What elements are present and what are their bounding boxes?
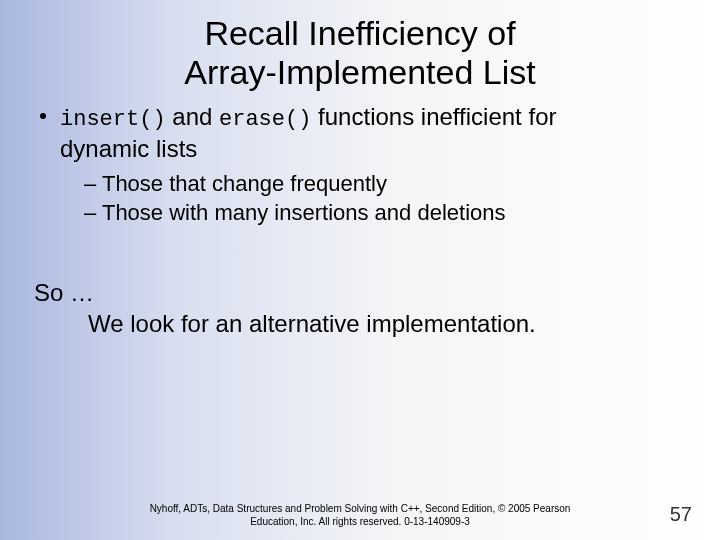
bullet-line-2: dynamic lists: [60, 135, 197, 162]
footer-line-2: Education, Inc. All rights reserved. 0-1…: [250, 516, 470, 527]
footer-line-1: Nyhoff, ADTs, Data Structures and Proble…: [150, 503, 571, 514]
slide: Recall Inefficiency of Array-Implemented…: [0, 0, 720, 540]
code-erase: erase(): [219, 107, 311, 132]
sub-bullet-1: – Those that change frequently: [84, 170, 690, 198]
footer-copyright: Nyhoff, ADTs, Data Structures and Proble…: [0, 503, 720, 528]
bullet-main: insert() and erase() functions inefficie…: [38, 102, 690, 164]
sub-bullet-2: – Those with many insertions and deletio…: [84, 199, 690, 227]
bullet-dot-icon: [40, 113, 46, 119]
code-insert: insert(): [60, 107, 166, 132]
bullet-text-mid: and: [166, 103, 219, 130]
conclusion-block: So … We look for an alternative implemen…: [0, 229, 720, 339]
so-line-1: So …: [34, 277, 690, 308]
slide-title: Recall Inefficiency of Array-Implemented…: [0, 0, 720, 92]
page-number: 57: [670, 503, 692, 526]
sub-bullets: – Those that change frequently – Those w…: [38, 170, 690, 227]
slide-body: insert() and erase() functions inefficie…: [0, 92, 720, 227]
title-line-1: Recall Inefficiency of: [204, 14, 515, 52]
title-line-2: Array-Implemented List: [184, 53, 535, 91]
bullet-text-tail: functions inefficient for: [311, 103, 556, 130]
so-line-2: We look for an alternative implementatio…: [34, 308, 690, 339]
